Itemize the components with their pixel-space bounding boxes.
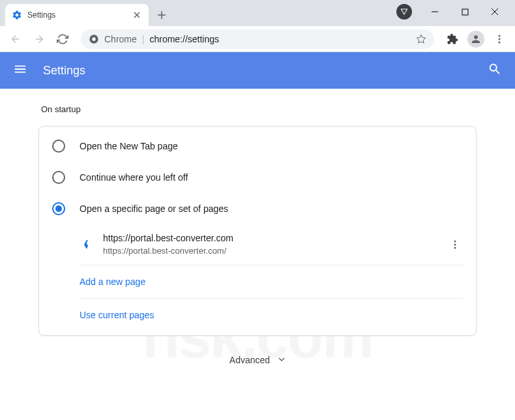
use-current-link[interactable]: Use current pages — [80, 310, 154, 320]
close-window-button[interactable] — [480, 1, 510, 22]
new-tab-button[interactable] — [153, 6, 171, 24]
add-page-link[interactable]: Add a new page — [80, 277, 145, 287]
radio-label: Open the New Tab page — [80, 141, 178, 151]
radio-button[interactable] — [52, 140, 65, 153]
use-current-row[interactable]: Use current pages — [80, 299, 476, 331]
radio-option-specific-pages[interactable]: Open a specific page or set of pages — [39, 193, 476, 224]
svg-point-9 — [454, 247, 456, 248]
svg-point-2 — [92, 37, 95, 40]
radio-button[interactable] — [52, 202, 65, 215]
section-title: On startup — [38, 104, 477, 114]
radio-option-continue[interactable]: Continue where you left off — [39, 162, 476, 193]
add-page-row[interactable]: Add a new page — [80, 265, 476, 298]
startup-card: Open the New Tab page Continue where you… — [38, 126, 477, 336]
omnibox-url: chrome://settings — [149, 34, 411, 44]
browser-toolbar: Chrome | chrome://settings — [0, 26, 515, 52]
svg-point-8 — [454, 243, 456, 245]
profile-avatar[interactable] — [467, 30, 485, 48]
back-button[interactable] — [7, 30, 25, 48]
radio-option-new-tab[interactable]: Open the New Tab page — [39, 130, 476, 162]
page-favicon-icon — [80, 238, 93, 251]
extensions-icon[interactable] — [443, 30, 462, 48]
bookmark-star-icon[interactable] — [416, 34, 426, 44]
advanced-label: Advanced — [229, 355, 270, 365]
profile-badge-icon[interactable] — [396, 4, 412, 20]
page-row-menu-icon[interactable] — [447, 237, 463, 252]
tab-close-icon[interactable] — [132, 10, 142, 20]
window-controls — [396, 0, 510, 26]
svg-point-7 — [454, 240, 456, 242]
svg-point-4 — [499, 35, 501, 37]
forward-button[interactable] — [30, 30, 48, 48]
svg-marker-3 — [417, 35, 425, 43]
minimize-button[interactable] — [420, 1, 450, 22]
radio-button[interactable] — [52, 171, 65, 184]
address-bar[interactable]: Chrome | chrome://settings — [81, 29, 434, 49]
svg-point-5 — [499, 38, 501, 40]
tab-title: Settings — [27, 10, 126, 20]
browser-tab[interactable]: Settings — [5, 4, 149, 26]
radio-label: Open a specific page or set of pages — [80, 203, 228, 214]
window-titlebar: Settings — [0, 0, 515, 26]
startup-page-title: https://portal.best-converter.com — [103, 232, 437, 245]
tab-strip: Settings — [0, 4, 171, 26]
chrome-icon — [89, 34, 99, 44]
chevron-down-icon — [278, 354, 286, 366]
svg-rect-0 — [462, 9, 468, 15]
settings-content: On startup Open the New Tab page Continu… — [23, 89, 492, 384]
chrome-menu-icon[interactable] — [490, 30, 508, 48]
hamburger-menu-icon[interactable] — [13, 62, 27, 79]
startup-page-row: https://portal.best-converter.com https:… — [80, 224, 476, 265]
advanced-toggle[interactable]: Advanced — [38, 336, 477, 384]
startup-pages-list: https://portal.best-converter.com https:… — [39, 224, 476, 331]
omnibox-divider: | — [142, 34, 145, 44]
content-scroll-area[interactable]: pcrisk.com risk.com On startup Open the … — [0, 89, 515, 420]
omnibox-prefix: Chrome — [104, 34, 137, 44]
maximize-button[interactable] — [450, 1, 480, 22]
page-title: Settings — [43, 64, 472, 78]
startup-page-url: https://portal.best-converter.com/ — [103, 245, 437, 257]
radio-label: Continue where you left off — [80, 172, 188, 183]
search-icon[interactable] — [488, 62, 502, 79]
settings-header: Settings — [0, 52, 515, 89]
reload-button[interactable] — [53, 30, 72, 48]
svg-point-6 — [499, 41, 501, 43]
page-info: https://portal.best-converter.com https:… — [103, 232, 437, 257]
settings-gear-icon — [12, 10, 22, 20]
